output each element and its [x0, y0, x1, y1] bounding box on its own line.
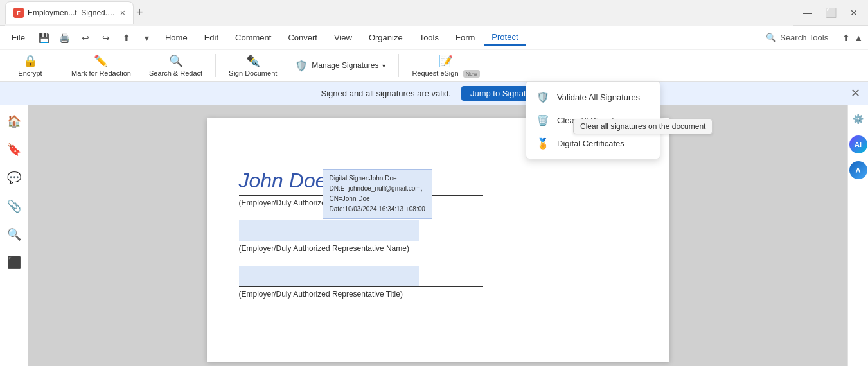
- name-field-box: [239, 220, 419, 241]
- ai-assistant-2-button[interactable]: A: [849, 161, 867, 179]
- notification-bar: Signed and all signatures are valid. Jum…: [0, 82, 868, 105]
- collapse-button[interactable]: ▲: [854, 33, 863, 43]
- menu-home[interactable]: Home: [157, 30, 195, 45]
- minimize-button[interactable]: —: [799, 4, 817, 22]
- sidebar-item-bookmarks[interactable]: 🔖: [3, 138, 26, 161]
- title-field-line: [239, 286, 483, 287]
- redo-icon-button[interactable]: ↪: [97, 29, 115, 47]
- manage-signatures-label: Manage Signatures: [312, 61, 378, 70]
- sign-document-label: Sign Document: [229, 69, 277, 77]
- name-label: (Employer/Duly Authorized Representative…: [239, 244, 637, 253]
- menu-form[interactable]: Form: [448, 30, 483, 45]
- title-label: (Employer/Duly Authorized Representative…: [239, 290, 637, 299]
- validate-all-signatures-item[interactable]: 🛡️ Validate All Signatures: [526, 85, 660, 109]
- menu-organize[interactable]: Organize: [361, 30, 411, 45]
- sig-info-line1: Digital Signer:John Doe: [330, 173, 425, 184]
- shield-icon: 🛡️: [295, 60, 308, 72]
- name-field-line: [239, 241, 483, 241]
- tooltip-text: Clear all signatures on the document: [580, 122, 705, 131]
- sidebar-item-attachments[interactable]: 📎: [3, 195, 26, 218]
- notification-close-button[interactable]: ✕: [851, 86, 860, 100]
- sidebar-item-home[interactable]: 🏠: [3, 110, 26, 133]
- search-redact-label: Search & Redact: [149, 69, 202, 77]
- sig-info-line2: DN:E=johndoe_null@gmail.com,: [330, 184, 425, 194]
- menu-protect[interactable]: Protect: [484, 30, 526, 46]
- upload-button[interactable]: ⬆: [842, 33, 850, 43]
- search-redact-button[interactable]: 🔍 Search & Redact: [141, 51, 210, 80]
- menu-comment[interactable]: Comment: [227, 30, 279, 45]
- signature-label: (Employer/Duly Authorized Representative…: [239, 198, 637, 207]
- redaction-icon: ✏️: [94, 54, 108, 68]
- dropdown-icon-button[interactable]: ▾: [138, 29, 156, 47]
- ribbon-bar: 🔒 Encrypt ✏️ Mark for Redaction 🔍 Search…: [0, 50, 868, 81]
- tab-bar: F Employmen...t_Signed.pdf × +: [5, 0, 793, 26]
- search-redact-icon: 🔍: [169, 54, 183, 68]
- menu-tools[interactable]: Tools: [412, 30, 447, 45]
- digital-certificates-label: Digital Certificates: [557, 139, 624, 148]
- signature-info-box: Digital Signer:John Doe DN:E=johndoe_nul…: [323, 169, 432, 219]
- right-settings-icon[interactable]: ⚙️: [849, 110, 867, 128]
- signature-name: John Doe: [239, 169, 327, 193]
- search-tools-label: Search Tools: [780, 33, 828, 42]
- validate-icon: 🛡️: [536, 91, 549, 103]
- search-tools-button[interactable]: 🔍 Search Tools: [758, 30, 836, 45]
- title-field-section: (Employer/Duly Authorized Representative…: [239, 266, 637, 299]
- clear-signatures-tooltip: Clear all signatures on the document: [573, 119, 713, 134]
- validate-all-label: Validate All Signatures: [557, 92, 640, 102]
- esign-icon: 📝: [439, 54, 453, 68]
- close-window-button[interactable]: ✕: [845, 4, 863, 22]
- menu-edit[interactable]: Edit: [197, 30, 226, 45]
- menu-view[interactable]: View: [326, 30, 360, 45]
- main-layout: 🏠 🔖 💬 📎 🔍 ⬛ John Doe Digital Signer:John…: [0, 105, 868, 366]
- tab-title: Employmen...t_Signed.pdf: [28, 8, 116, 17]
- title-field-box: [239, 266, 419, 286]
- ribbon-separator-2: [215, 54, 216, 77]
- print-icon-button[interactable]: 🖨️: [56, 29, 74, 47]
- search-icon: 🔍: [766, 33, 776, 42]
- app-toolbar: File 💾 🖨️ ↩ ↪ ⬆ ▾ Home Edit Comment Conv…: [0, 26, 868, 82]
- browser-tab[interactable]: F Employmen...t_Signed.pdf ×: [5, 1, 134, 24]
- name-field-section: (Employer/Duly Authorized Representative…: [239, 220, 637, 253]
- notification-text: Signed and all signatures are valid.: [321, 89, 451, 98]
- tab-icon: F: [13, 8, 24, 18]
- sidebar-item-comments[interactable]: 💬: [3, 166, 26, 189]
- sig-info-line4: Date:10/03/2024 16:34:13 +08:00: [330, 204, 425, 214]
- toolbar-quick-actions: 💾 🖨️ ↩ ↪ ⬆ ▾: [35, 29, 156, 47]
- undo-icon-button[interactable]: ↩: [76, 29, 94, 47]
- mark-for-redaction-button[interactable]: ✏️ Mark for Redaction: [64, 51, 139, 80]
- chevron-down-icon: ▾: [382, 62, 385, 69]
- sign-icon: ✒️: [246, 54, 260, 68]
- tab-close-button[interactable]: ×: [120, 8, 125, 18]
- upload-area: ⬆ ▲: [842, 33, 863, 43]
- share-icon-button[interactable]: ⬆: [118, 29, 136, 47]
- request-esign-label: Request eSign New: [412, 69, 479, 77]
- encrypt-label: Encrypt: [18, 69, 42, 77]
- sidebar-item-search[interactable]: 🔍: [3, 223, 26, 246]
- ribbon-separator-3: [398, 54, 399, 77]
- ribbon-separator-1: [58, 54, 58, 77]
- request-esign-button[interactable]: 📝 Request eSign New: [404, 51, 487, 80]
- ai-assistant-1-button[interactable]: AI: [849, 135, 867, 153]
- mark-redaction-label: Mark for Redaction: [71, 69, 131, 77]
- sig-info-line3: CN=John Doe: [330, 194, 425, 204]
- digital-certificates-item[interactable]: 🏅 Digital Certificates: [526, 132, 660, 155]
- menu-bar: File 💾 🖨️ ↩ ↪ ⬆ ▾ Home Edit Comment Conv…: [0, 26, 868, 50]
- left-sidebar: 🏠 🔖 💬 📎 🔍 ⬛: [0, 105, 28, 366]
- sidebar-item-layers[interactable]: ⬛: [3, 251, 26, 274]
- menu-convert[interactable]: Convert: [280, 30, 325, 45]
- document-area[interactable]: John Doe Digital Signer:John Doe DN:E=jo…: [28, 105, 847, 366]
- save-icon-button[interactable]: 💾: [35, 29, 53, 47]
- maximize-button[interactable]: ⬜: [822, 4, 840, 22]
- sign-document-button[interactable]: ✒️ Sign Document: [221, 51, 285, 80]
- certificate-icon: 🏅: [536, 137, 549, 150]
- encrypt-button[interactable]: 🔒 Encrypt: [8, 51, 53, 80]
- signature-container: John Doe Digital Signer:John Doe DN:E=jo…: [239, 169, 637, 207]
- trash-icon: 🗑️: [536, 114, 549, 126]
- browser-right-controls: — ⬜ ✕: [799, 4, 863, 22]
- right-sidebar: ⚙️ AI A: [847, 105, 868, 366]
- browser-chrome: F Employmen...t_Signed.pdf × + — ⬜ ✕: [0, 0, 868, 26]
- manage-signatures-button[interactable]: 🛡️ Manage Signatures ▾: [287, 57, 393, 74]
- lock-icon: 🔒: [23, 54, 37, 68]
- menu-file[interactable]: File: [5, 30, 31, 45]
- new-tab-button[interactable]: +: [136, 6, 143, 19]
